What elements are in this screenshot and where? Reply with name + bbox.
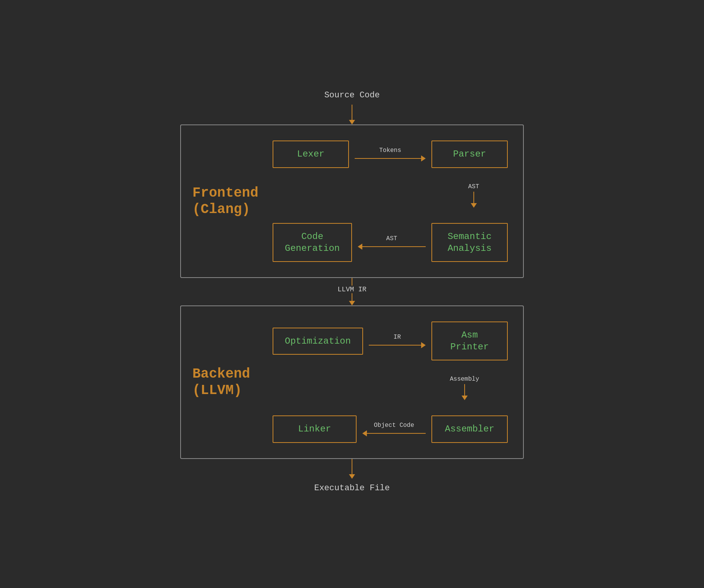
lexer-label: Lexer bbox=[297, 149, 325, 159]
executable-file-label: Executable File bbox=[314, 483, 390, 493]
assembly-label: Assembly bbox=[450, 376, 479, 383]
asm-printer-label: Asm Printer bbox=[450, 330, 489, 352]
lexer-node: Lexer bbox=[273, 141, 349, 168]
assembly-down-container: Assembly bbox=[273, 376, 508, 400]
code-generation-node: Code Generation bbox=[273, 223, 352, 262]
assembler-node: Assembler bbox=[431, 415, 508, 443]
frontend-section: Frontend (Clang) Lexer Tokens Parser bbox=[180, 124, 524, 278]
assembler-label: Assembler bbox=[445, 424, 494, 434]
ast-left-arrow: AST bbox=[352, 235, 431, 250]
tokens-label: Tokens bbox=[379, 147, 401, 154]
tokens-arrow: Tokens bbox=[349, 147, 431, 162]
asm-printer-node: Asm Printer bbox=[431, 321, 508, 360]
ast-down-container: AST bbox=[273, 183, 508, 208]
optimization-node: Optimization bbox=[273, 328, 363, 355]
source-to-frontend-arrow bbox=[349, 105, 355, 124]
ir-arrow: IR bbox=[363, 334, 431, 348]
linker-label: Linker bbox=[298, 424, 331, 434]
parser-label: Parser bbox=[453, 149, 486, 159]
ir-label: IR bbox=[394, 334, 401, 341]
diagram-container: Source Code Frontend (Clang) Lexer Token… bbox=[180, 90, 524, 497]
backend-section: Backend (LLVM) Optimization IR A bbox=[180, 305, 524, 459]
ast-left-label: AST bbox=[386, 235, 397, 242]
backend-row2: Linker Object Code Assembler bbox=[273, 415, 508, 443]
parser-node: Parser bbox=[431, 141, 508, 168]
code-gen-label: Code Generation bbox=[285, 231, 340, 254]
object-code-arrow: Object Code bbox=[357, 422, 431, 436]
optimization-label: Optimization bbox=[285, 336, 351, 346]
semantic-analysis-node: Semantic Analysis bbox=[431, 223, 508, 262]
assembly-down-arrow: Assembly bbox=[450, 376, 479, 400]
linker-node: Linker bbox=[273, 415, 357, 443]
object-code-label: Object Code bbox=[374, 422, 414, 429]
llvm-ir-section: LLVM IR bbox=[337, 278, 367, 305]
ast-down-arrow: AST bbox=[468, 183, 479, 208]
frontend-label: Frontend (Clang) bbox=[192, 185, 258, 218]
ast-right-label: AST bbox=[468, 183, 479, 190]
llvm-ir-label: LLVM IR bbox=[337, 286, 367, 293]
backend-to-exe-arrow bbox=[349, 459, 355, 479]
frontend-content: Lexer Tokens Parser AST bbox=[273, 141, 508, 262]
backend-row1: Optimization IR Asm Printer bbox=[273, 321, 508, 360]
frontend-row2: Code Generation AST Semantic Analysis bbox=[273, 223, 508, 262]
backend-label: Backend (LLVM) bbox=[192, 366, 250, 399]
semantic-label: Semantic Analysis bbox=[447, 231, 491, 254]
frontend-row1: Lexer Tokens Parser bbox=[273, 141, 508, 168]
backend-content: Optimization IR Asm Printer bbox=[273, 321, 508, 443]
source-code-label: Source Code bbox=[324, 90, 379, 100]
